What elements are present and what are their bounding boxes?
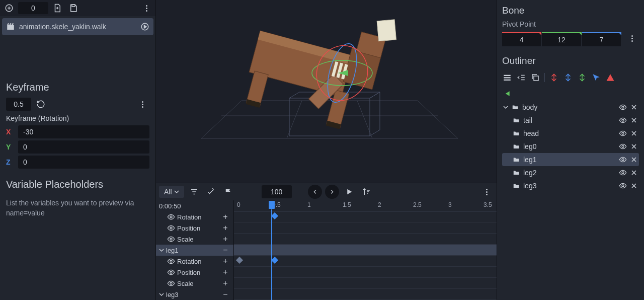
copy-icon[interactable]: [530, 72, 540, 83]
add-keyframe-button[interactable]: +: [220, 212, 230, 221]
timeline-bone-row[interactable]: leg3−: [156, 289, 233, 300]
remove-button[interactable]: [630, 129, 638, 137]
eye-icon[interactable]: [167, 268, 175, 276]
add-keyframe-button[interactable]: +: [220, 279, 230, 288]
timeline-channel-row[interactable]: Position+: [156, 267, 233, 278]
timeline-bone-row[interactable]: leg1−: [156, 245, 233, 256]
keyframe-marker[interactable]: [271, 256, 278, 263]
pivot-x-input[interactable]: 4: [502, 32, 541, 46]
remove-button[interactable]: [630, 169, 638, 177]
add-animation-button[interactable]: [2, 1, 16, 15]
timeline-lane[interactable]: [234, 245, 497, 256]
visibility-toggle[interactable]: [619, 129, 627, 137]
keyframe-marker[interactable]: [271, 212, 278, 219]
timeline-lane[interactable]: [234, 222, 497, 234]
eye-icon[interactable]: [167, 224, 175, 232]
play-circle-icon[interactable]: [140, 22, 149, 31]
timeline-channel-row[interactable]: Rotation+: [156, 211, 233, 222]
list-icon[interactable]: [502, 72, 512, 83]
animations-menu-button[interactable]: [139, 1, 153, 15]
remove-button[interactable]: [630, 142, 638, 151]
play-green-icon[interactable]: [502, 89, 512, 99]
visibility-toggle[interactable]: [619, 156, 627, 164]
pivot-y-input[interactable]: 12: [542, 32, 581, 46]
pivot-z-input[interactable]: 7: [582, 32, 621, 46]
visibility-toggle[interactable]: [619, 116, 627, 124]
pivot-menu-button[interactable]: [625, 31, 639, 45]
timeline-menu-button[interactable]: [479, 185, 494, 199]
svg-point-31: [622, 119, 624, 121]
viewport-3d[interactable]: [156, 0, 497, 183]
timeline-filter-select[interactable]: All: [159, 186, 184, 198]
eye-icon[interactable]: [167, 213, 175, 221]
visibility-toggle[interactable]: [619, 103, 627, 111]
remove-button[interactable]: [630, 116, 638, 124]
keyframe-marker[interactable]: [236, 256, 243, 263]
sort-icon[interactable]: [359, 185, 373, 199]
prev-frame-button[interactable]: [308, 185, 322, 199]
timeline-lane[interactable]: [234, 289, 497, 300]
svg-rect-26: [504, 75, 511, 76]
timeline-lane[interactable]: [234, 278, 497, 289]
outliner-item[interactable]: leg0: [502, 140, 639, 153]
eye-icon[interactable]: [167, 257, 175, 265]
collapse-button[interactable]: −: [220, 290, 230, 299]
timeline-lane[interactable]: [234, 211, 497, 222]
outliner-item[interactable]: leg3: [502, 179, 639, 192]
eye-icon[interactable]: [167, 235, 175, 243]
eye-icon[interactable]: [167, 279, 175, 287]
timeline-channel-row[interactable]: Scale+: [156, 278, 233, 289]
timeline-lane[interactable]: [234, 256, 497, 267]
outliner-item-label: body: [522, 103, 537, 111]
center-y-icon[interactable]: [563, 72, 573, 83]
ruler-tick: 2: [378, 201, 381, 208]
filter-icon[interactable]: [187, 185, 201, 199]
playback-speed-field[interactable]: 100: [262, 185, 292, 198]
center-z-icon[interactable]: [577, 72, 587, 83]
timeline-lane[interactable]: [234, 234, 497, 245]
animation-item[interactable]: animation.skele_yaklin.walk: [2, 18, 153, 35]
center-x-icon[interactable]: [549, 72, 559, 83]
svg-rect-8: [377, 20, 396, 41]
outliner-item[interactable]: leg2: [502, 166, 639, 179]
flag-icon[interactable]: [221, 185, 235, 199]
timeline-channel-row[interactable]: Scale+: [156, 234, 233, 245]
outdent-icon[interactable]: [516, 72, 526, 83]
outliner-item[interactable]: head: [502, 127, 639, 140]
warning-icon[interactable]: [605, 72, 615, 83]
add-keyframe-button[interactable]: +: [220, 268, 230, 277]
svg-rect-28: [504, 80, 511, 81]
magic-icon[interactable]: [204, 185, 218, 199]
add-keyframe-button[interactable]: +: [220, 257, 230, 266]
visibility-toggle[interactable]: [619, 169, 627, 177]
visibility-toggle[interactable]: [619, 142, 627, 151]
save-icon[interactable]: [66, 1, 80, 15]
outliner-item[interactable]: tail: [502, 114, 639, 127]
folder-icon: [512, 182, 520, 189]
outliner-item-label: tail: [523, 116, 532, 124]
timeline-channel-row[interactable]: Position+: [156, 222, 233, 234]
timeline-playhead[interactable]: [271, 200, 272, 300]
outliner-item[interactable]: body: [502, 101, 639, 114]
keyframe-z-input[interactable]: 0: [18, 156, 149, 169]
add-keyframe-button[interactable]: +: [220, 223, 230, 233]
next-frame-button[interactable]: [325, 185, 339, 199]
remove-button[interactable]: [630, 156, 638, 164]
play-button[interactable]: [342, 185, 356, 199]
remove-button[interactable]: [630, 103, 638, 111]
reset-icon[interactable]: [36, 100, 45, 109]
timeline-lane[interactable]: [234, 267, 497, 278]
keyframe-time-field[interactable]: 0.5: [6, 98, 31, 111]
add-keyframe-button[interactable]: +: [220, 235, 230, 244]
frame-number-field[interactable]: 0: [18, 2, 48, 14]
visibility-toggle[interactable]: [619, 182, 627, 190]
file-add-icon[interactable]: [50, 1, 64, 15]
outliner-item[interactable]: leg1: [502, 153, 639, 166]
cursor-icon[interactable]: [591, 72, 601, 83]
remove-button[interactable]: [630, 182, 638, 190]
timeline-channel-row[interactable]: Rotation+: [156, 256, 233, 267]
keyframe-menu-button[interactable]: [135, 97, 149, 111]
keyframe-x-input[interactable]: -30: [18, 125, 149, 138]
keyframe-y-input[interactable]: 0: [18, 140, 149, 154]
collapse-button[interactable]: −: [220, 246, 230, 255]
